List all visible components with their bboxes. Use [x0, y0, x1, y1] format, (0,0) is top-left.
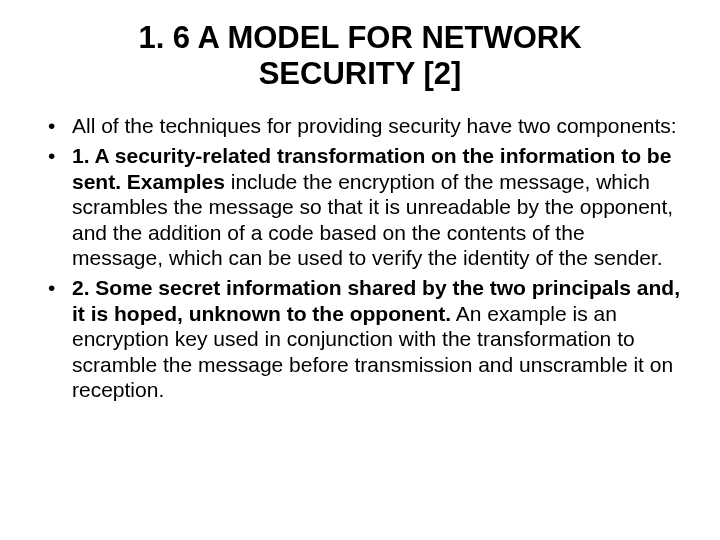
list-item: All of the techniques for providing secu…	[66, 113, 680, 139]
bullet-list: All of the techniques for providing secu…	[30, 113, 690, 403]
bullet-text: All of the techniques for providing secu…	[72, 114, 677, 137]
list-item: 2. Some secret information shared by the…	[66, 275, 680, 403]
page-title: 1. 6 A MODEL FOR NETWORK SECURITY [2]	[30, 20, 690, 91]
slide: 1. 6 A MODEL FOR NETWORK SECURITY [2] Al…	[0, 0, 720, 540]
list-item: 1. A security-related transformation on …	[66, 143, 680, 271]
